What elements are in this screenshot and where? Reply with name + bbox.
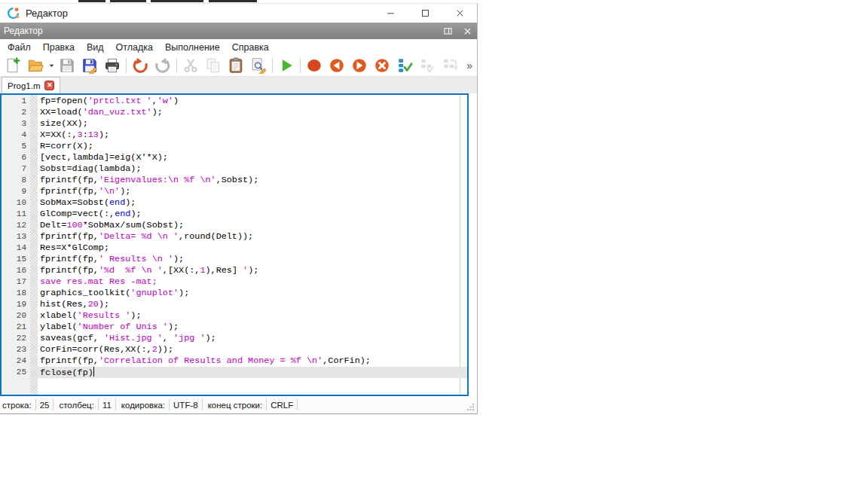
menu-bar: ФайлПравкаВидОтладкаВыполнениеСправка xyxy=(0,39,477,55)
window-title-bar: Редактор xyxy=(0,3,477,23)
menu-item-file[interactable]: Файл xyxy=(2,41,37,54)
line-number: 16 xyxy=(2,265,26,276)
print-icon xyxy=(104,57,121,74)
code-line-15[interactable]: fprintf(fp,' Results \n '); xyxy=(38,254,467,265)
line-number: 23 xyxy=(2,344,26,355)
code-line-5[interactable]: R=corr(X); xyxy=(38,141,467,152)
code-line-21[interactable]: ylabel('Number of Unis '); xyxy=(38,322,467,333)
code-line-23[interactable]: CorFin=corr(Res,XX(:,2)); xyxy=(38,344,467,355)
menu-item-run[interactable]: Выполнение xyxy=(159,41,226,54)
copy-button[interactable] xyxy=(202,56,225,75)
close-widget-button[interactable] xyxy=(457,23,477,39)
code-line-16[interactable]: fprintf(fp,'%d %f \n ',[XX(:,1),Res] '); xyxy=(38,265,467,276)
status-separator xyxy=(266,399,267,410)
status-column-label: столбец: xyxy=(59,401,93,410)
tab-prog1[interactable]: Prog1.m✕ xyxy=(2,77,60,93)
menu-item-view[interactable]: Вид xyxy=(81,41,110,54)
toolbar-overflow-button[interactable]: » xyxy=(466,60,472,71)
code-line-10[interactable]: SobMax=Sobst(end); xyxy=(38,197,467,209)
line-number: 17 xyxy=(2,276,26,288)
code-line-8[interactable]: fprintf(fp,'Eigenvalues:\n %f \n',Sobst)… xyxy=(38,175,467,186)
toolbar-separator xyxy=(126,58,127,73)
line-number: 11 xyxy=(2,209,26,220)
save-as-button[interactable] xyxy=(78,56,101,75)
line-number: 25 xyxy=(2,367,26,378)
status-line-value: 25 xyxy=(40,401,50,410)
line-number: 8 xyxy=(2,175,26,186)
menu-item-debug[interactable]: Отладка xyxy=(110,41,159,54)
run-icon xyxy=(278,57,295,74)
minimize-button[interactable] xyxy=(373,4,408,23)
copy-icon xyxy=(205,57,222,74)
dropdown-arrow-icon xyxy=(48,58,55,73)
code-line-17[interactable]: save res.mat Res -mat; xyxy=(38,276,467,288)
previous-breakpoint-button[interactable] xyxy=(326,56,348,75)
maximize-button[interactable] xyxy=(408,4,442,23)
code-line-7[interactable]: Sobst=diag(lambda); xyxy=(38,163,467,175)
tab-bar: Prog1.m✕ xyxy=(0,76,477,93)
toggle-breakpoint-button[interactable] xyxy=(303,56,326,75)
code-line-12[interactable]: Delt=100*SobMax/sum(Sobst); xyxy=(38,220,467,231)
line-number: 19 xyxy=(2,299,26,310)
find-replace-button[interactable] xyxy=(247,56,270,75)
line-number: 14 xyxy=(2,242,26,254)
toolbar-separator xyxy=(176,58,177,73)
code-line-13[interactable]: fprintf(fp,'Delta= %d \n ',round(Delt)); xyxy=(38,231,467,242)
breakpoint-margin[interactable] xyxy=(30,95,38,395)
step-button[interactable] xyxy=(393,56,416,75)
code-line-18[interactable]: graphics_toolkit('gnuplot'); xyxy=(38,288,467,299)
next-breakpoint-button[interactable] xyxy=(348,56,371,75)
undock-widget-button[interactable] xyxy=(438,23,457,39)
breakpoint-icon xyxy=(306,57,322,74)
line-number: 2 xyxy=(2,107,26,118)
save-button[interactable] xyxy=(56,56,78,75)
code-line-11[interactable]: GlComp=vect(:,end); xyxy=(38,209,467,220)
code-line-19[interactable]: hist(Res,20); xyxy=(38,299,467,310)
step-out-button[interactable] xyxy=(439,56,461,75)
step-in-button[interactable] xyxy=(416,56,439,75)
line-number: 7 xyxy=(2,163,26,175)
run-script-button[interactable] xyxy=(275,56,298,75)
paste-icon xyxy=(228,57,244,74)
tab-label: Prog1.m xyxy=(8,81,40,90)
menu-item-edit[interactable]: Правка xyxy=(37,41,81,54)
find-icon xyxy=(250,57,267,74)
code-line-3[interactable]: size(XX); xyxy=(38,118,467,130)
code-line-20[interactable]: xlabel('Results '); xyxy=(38,310,467,322)
open-file-dropdown[interactable] xyxy=(47,56,56,75)
code-line-22[interactable]: saveas(gcf, 'Hist.jpg ', 'jpg '); xyxy=(38,333,467,344)
code-line-1[interactable]: fp=fopen('prtcl.txt ','w') xyxy=(38,96,467,107)
cut-button[interactable] xyxy=(179,56,202,75)
code-editor[interactable]: fp=fopen('prtcl.txt ','w')XX=load('dan_v… xyxy=(38,95,467,395)
background-window-fragment xyxy=(78,0,105,2)
background-window-fragment xyxy=(151,0,203,2)
code-line-4[interactable]: X=XX(:,3:13); xyxy=(38,130,467,141)
status-eol-value: CRLF xyxy=(270,401,293,410)
menu-item-help[interactable]: Справка xyxy=(226,41,275,54)
code-line-6[interactable]: [vect,lambda]=eig(X'*X); xyxy=(38,152,467,163)
code-line-24[interactable]: fprintf(fp,'Correlation of Results and M… xyxy=(38,355,467,367)
toolbar-separator xyxy=(300,58,301,73)
resize-grip[interactable] xyxy=(466,403,475,411)
line-number: 10 xyxy=(2,197,26,209)
remove-breakpoints-button[interactable] xyxy=(371,56,393,75)
tab-close-icon[interactable]: ✕ xyxy=(44,81,54,90)
paste-button[interactable] xyxy=(225,56,247,75)
new-script-button[interactable] xyxy=(2,56,24,75)
open-file-button[interactable] xyxy=(24,56,47,75)
status-bar: строка:25столбец:11кодировка:UTF-8конец … xyxy=(0,396,477,413)
status-encoding-value: UTF-8 xyxy=(173,401,198,410)
dock-title-bar: Редактор xyxy=(0,23,477,39)
print-button[interactable] xyxy=(101,56,124,75)
code-line-9[interactable]: fprintf(fp,'\n'); xyxy=(38,186,467,197)
code-line-25[interactable]: fclose(fp) xyxy=(38,367,467,378)
close-button[interactable] xyxy=(442,4,477,23)
code-line-14[interactable]: Res=X*GlComp; xyxy=(38,242,467,254)
line-number: 18 xyxy=(2,288,26,299)
editor-window: Редактор Редактор ФайлПравкаВидОтладкаВы… xyxy=(0,3,478,414)
redo-button[interactable] xyxy=(151,56,174,75)
save-icon xyxy=(59,57,75,74)
undo-button[interactable] xyxy=(129,56,151,75)
code-line-2[interactable]: XX=load('dan_vuz.txt'); xyxy=(38,107,467,118)
dock-title: Редактор xyxy=(4,26,43,36)
